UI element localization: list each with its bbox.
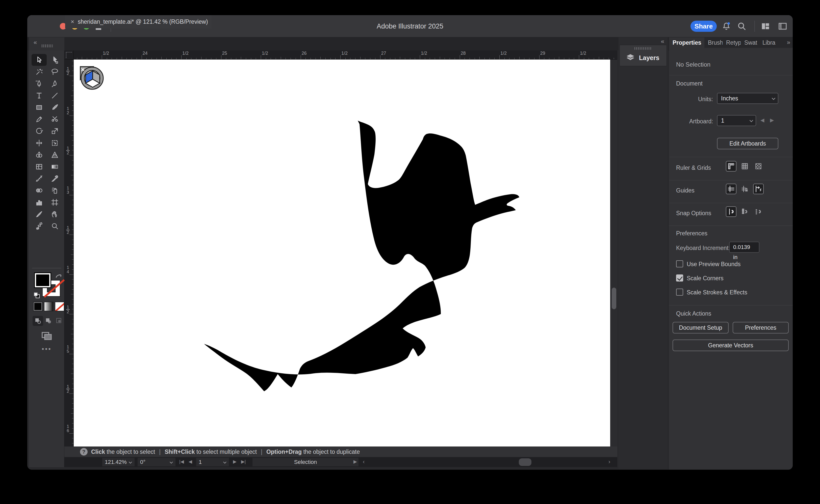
rotation-field[interactable]: 0° bbox=[137, 458, 175, 466]
scroll-left-icon[interactable]: ‹ bbox=[363, 459, 365, 465]
help-icon[interactable]: ? bbox=[80, 448, 88, 456]
checkbox-use-preview-bounds[interactable] bbox=[676, 260, 683, 267]
ruler-origin-corner[interactable] bbox=[64, 50, 74, 60]
draw-behind-button[interactable] bbox=[43, 316, 54, 326]
previous-artboard-icon[interactable]: ◀ bbox=[188, 459, 192, 464]
width-tool[interactable] bbox=[32, 137, 47, 149]
type-tool[interactable] bbox=[32, 90, 47, 101]
perspective-grid-tool[interactable] bbox=[47, 149, 62, 161]
status-play-icon[interactable]: ▶ bbox=[353, 459, 357, 464]
panel-tab-libra[interactable]: Libra bbox=[759, 37, 777, 48]
fill-color-swatch[interactable] bbox=[34, 272, 51, 288]
measure-tool[interactable] bbox=[32, 173, 47, 184]
slice-tool[interactable] bbox=[32, 208, 47, 220]
last-artboard-icon[interactable]: ▶| bbox=[241, 459, 246, 464]
share-button[interactable]: Share bbox=[691, 21, 717, 32]
panel-toggle-icon[interactable] bbox=[778, 21, 788, 31]
keyboard-increment-field[interactable]: 0.0139 in bbox=[729, 242, 759, 253]
artboard-select[interactable]: 1 bbox=[717, 115, 756, 126]
artboard-prev-icon[interactable]: ◀ bbox=[760, 117, 764, 123]
document-tab[interactable]: ×sheridan_template.ai* @ 121.42 % (RGB/P… bbox=[65, 15, 212, 28]
first-artboard-icon[interactable]: |◀ bbox=[179, 459, 184, 464]
layers-panel-button[interactable]: Layers bbox=[620, 45, 667, 66]
shape-builder-tool[interactable] bbox=[32, 149, 47, 161]
status-mode-field[interactable]: Selection bbox=[253, 458, 359, 466]
draw-normal-button[interactable] bbox=[33, 316, 43, 326]
gradient-fill-button[interactable] bbox=[44, 302, 53, 311]
pen-tool[interactable] bbox=[32, 78, 47, 90]
lasso-tool[interactable] bbox=[47, 66, 62, 78]
gradient-tool[interactable] bbox=[47, 161, 62, 173]
vector-artwork-shape[interactable] bbox=[204, 121, 519, 391]
paintbrush-tool[interactable] bbox=[47, 101, 62, 113]
panel-tab-brush[interactable]: Brush bbox=[704, 37, 723, 48]
edit-artboards-button[interactable]: Edit Artboards bbox=[717, 138, 778, 149]
scissors-tool[interactable] bbox=[47, 113, 62, 125]
hand-tool[interactable] bbox=[47, 208, 62, 220]
rotate-tool[interactable] bbox=[32, 125, 47, 137]
snap-grid-icon[interactable] bbox=[740, 206, 750, 217]
artboard-canvas[interactable]: × bbox=[74, 60, 610, 446]
panel-tab-swat[interactable]: Swat bbox=[741, 37, 759, 48]
curvature-tool[interactable] bbox=[47, 78, 62, 90]
artboard-next-icon[interactable]: ▶ bbox=[770, 117, 774, 123]
preferences-button[interactable]: Preferences bbox=[733, 322, 789, 333]
next-artboard-icon[interactable]: ▶ bbox=[233, 459, 237, 464]
generate-vectors-button[interactable]: Generate Vectors bbox=[673, 340, 789, 351]
checkbox-scale-corners[interactable] bbox=[676, 274, 683, 282]
panel-overflow-icon[interactable]: » bbox=[787, 39, 790, 46]
artboard-number-field[interactable]: 1 bbox=[196, 458, 229, 466]
layers-grip-handle[interactable] bbox=[635, 47, 652, 50]
transparency-grid-icon[interactable] bbox=[753, 161, 764, 172]
snap-pixel-icon[interactable] bbox=[753, 206, 764, 217]
vertical-ruler[interactable]: 12121213121412151216 bbox=[64, 60, 74, 446]
dock-collapse-icon[interactable]: « bbox=[661, 38, 664, 45]
free-transform-tool[interactable] bbox=[47, 137, 62, 149]
panel-tab-properties[interactable]: Properties bbox=[669, 37, 704, 48]
line-segment-tool[interactable] bbox=[47, 90, 62, 101]
document-setup-button[interactable]: Document Setup bbox=[673, 322, 729, 333]
default-fill-stroke-icon[interactable] bbox=[33, 292, 41, 299]
symbol-sprayer-tool[interactable] bbox=[47, 184, 62, 196]
rectangle-tool[interactable] bbox=[32, 101, 47, 113]
toolbar-grip-handle[interactable] bbox=[42, 44, 53, 47]
units-select[interactable]: Inches bbox=[717, 93, 778, 104]
screen-mode-icon[interactable] bbox=[41, 330, 53, 341]
selection-tool[interactable] bbox=[32, 54, 47, 66]
panel-tab-retyp[interactable]: Retyp bbox=[723, 37, 741, 48]
none-fill-button[interactable] bbox=[55, 302, 64, 311]
swap-fill-stroke-icon[interactable] bbox=[54, 272, 63, 279]
more-tools-icon[interactable]: ••• bbox=[29, 345, 64, 353]
vertical-scrollbar[interactable] bbox=[610, 60, 617, 457]
column-graph-tool[interactable] bbox=[32, 196, 47, 208]
guides-icon[interactable] bbox=[726, 184, 737, 194]
horizontal-scrollbar-thumb[interactable] bbox=[519, 458, 531, 466]
mesh-tool[interactable] bbox=[32, 161, 47, 173]
notifications-bell-icon[interactable] bbox=[721, 21, 731, 31]
vertical-scrollbar-thumb[interactable] bbox=[612, 288, 616, 309]
zoom-tool[interactable] bbox=[47, 220, 62, 232]
blend-tool[interactable] bbox=[32, 184, 47, 196]
document-emblem[interactable]: × bbox=[80, 66, 103, 89]
grid-icon[interactable] bbox=[740, 161, 750, 172]
artboard-tool[interactable] bbox=[47, 196, 62, 208]
smart-guides-icon[interactable] bbox=[753, 184, 764, 194]
zoom-level-field[interactable]: 121.42% bbox=[102, 458, 134, 466]
checkbox-scale-strokes-effects[interactable] bbox=[676, 289, 683, 296]
pencil-tool[interactable] bbox=[32, 113, 47, 125]
tab-close-icon[interactable]: × bbox=[71, 15, 74, 28]
guides-lock-icon[interactable] bbox=[740, 184, 750, 194]
workspace-switcher-icon[interactable] bbox=[760, 21, 771, 31]
snap-point-icon[interactable] bbox=[726, 206, 737, 217]
color-fill-button[interactable] bbox=[33, 302, 43, 311]
horizontal-ruler[interactable]: 1/2241/2251/2261/2271/2281/2291/2 bbox=[74, 50, 617, 60]
warp-tool[interactable] bbox=[32, 220, 47, 232]
draw-inside-button[interactable] bbox=[54, 316, 64, 326]
ruler-icon[interactable] bbox=[726, 161, 737, 172]
eyedropper-tool[interactable] bbox=[47, 173, 62, 184]
toolbar-collapse-icon[interactable]: « bbox=[34, 39, 37, 46]
scroll-right-icon[interactable]: › bbox=[608, 459, 610, 465]
magic-wand-tool[interactable] bbox=[32, 66, 47, 78]
scale-tool[interactable] bbox=[47, 125, 62, 137]
direct-selection-tool[interactable] bbox=[47, 54, 62, 66]
